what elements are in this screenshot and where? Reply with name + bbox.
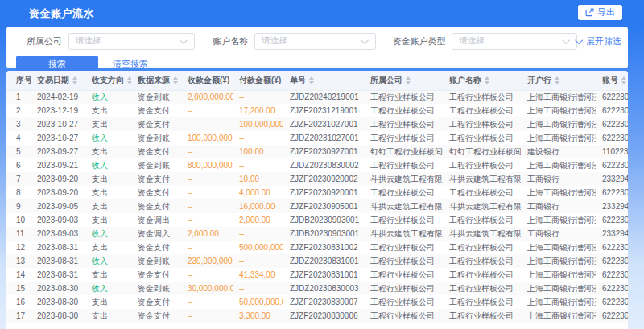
cell-payment: 17,200.00 bbox=[233, 104, 283, 117]
table-header-row: 序号交易日期收支方向数据来源收款金额(¥)付款金额(¥)单号所属公司账户名称开户… bbox=[6, 71, 628, 90]
column-label: 收支方向 bbox=[92, 75, 124, 86]
cell-date: 2023-09-27 bbox=[31, 145, 85, 158]
cell-no: 17 bbox=[6, 309, 31, 323]
cell-source: 资金到账 bbox=[131, 131, 181, 145]
column-header-no: 序号 bbox=[6, 71, 31, 90]
cell-payment: -- bbox=[233, 282, 283, 295]
column-header-source[interactable]: 数据来源 bbox=[131, 71, 181, 90]
sort-caret-icon[interactable] bbox=[72, 76, 77, 84]
column-header-account_no[interactable]: 账号 bbox=[596, 71, 628, 90]
cell-date: 2023-08-31 bbox=[31, 254, 85, 268]
column-header-payment[interactable]: 付款金额(¥) bbox=[233, 71, 283, 90]
cell-date: 2023-08-31 bbox=[31, 241, 85, 254]
cell-no: 3 bbox=[6, 117, 31, 131]
column-header-receipt[interactable]: 收款金额(¥) bbox=[181, 71, 233, 90]
column-label: 所属公司 bbox=[370, 75, 402, 86]
cell-source: 资金到账 bbox=[131, 90, 181, 104]
expand-filters-label: 展开筛选 bbox=[586, 35, 621, 47]
cell-source: 资金支付 bbox=[131, 241, 181, 254]
cell-source: 资金调出 bbox=[131, 213, 181, 227]
cell-account_no: 622230111 bbox=[596, 295, 628, 309]
cell-source: 资金到账 bbox=[131, 254, 181, 268]
cell-direction: 收入 bbox=[85, 227, 131, 241]
cell-bank: 上海工商银行漕河泾支行 bbox=[521, 295, 596, 309]
cell-payment: -- bbox=[233, 131, 283, 145]
column-header-direction[interactable]: 收支方向 bbox=[85, 71, 131, 90]
cell-order_no: ZJZF20230831001 bbox=[283, 268, 364, 282]
cell-order_no: ZJZF20230905001 bbox=[283, 199, 364, 213]
cell-direction: 支出 bbox=[85, 241, 131, 254]
cell-date: 2023-08-30 bbox=[31, 282, 85, 295]
cell-account_name: 工程行业样板公司 bbox=[443, 295, 521, 309]
cell-account_name: 工程行业样板公司 bbox=[443, 213, 521, 227]
cell-date: 2023-09-21 bbox=[31, 158, 85, 172]
clear-search-button[interactable]: 清空搜索 bbox=[113, 58, 148, 70]
cell-no: 1 bbox=[6, 90, 31, 104]
sort-caret-icon[interactable] bbox=[485, 76, 489, 84]
cell-account_name: 工程行业样板公司 bbox=[443, 241, 521, 254]
sort-caret-icon[interactable] bbox=[555, 76, 559, 84]
cell-source: 资金支付 bbox=[131, 104, 181, 117]
cell-direction: 收入 bbox=[85, 90, 131, 104]
cell-order_no: ZJDZ20230831001 bbox=[283, 254, 364, 268]
cell-account_name: 工程行业样板公司 bbox=[443, 117, 521, 131]
account-name-filter-label: 账户名称 bbox=[213, 35, 248, 47]
cell-order_no: ZJZF20230830007 bbox=[283, 295, 364, 309]
chevron-down-icon bbox=[180, 36, 188, 44]
cell-receipt: 800,000,000.00 bbox=[181, 158, 233, 172]
cell-source: 资金支付 bbox=[131, 172, 181, 186]
table-row: 42023-10-27收入资金到账100,000,000.00--ZJDZ202… bbox=[6, 131, 628, 145]
table-row: 172023-08-30支出资金支付--3,300.00ZJZF20230830… bbox=[6, 309, 628, 323]
expand-filters-link[interactable]: 展开筛选 bbox=[577, 35, 621, 47]
cell-no: 12 bbox=[6, 241, 31, 254]
account-type-filter-select[interactable]: 请选择 bbox=[452, 33, 577, 50]
sort-caret-icon[interactable] bbox=[127, 76, 131, 84]
column-header-bank[interactable]: 开户行 bbox=[521, 71, 596, 90]
table-row: 52023-09-27支出资金支付--100.00ZJZF20230927001… bbox=[6, 145, 628, 158]
top-bar: 资金账户流水 导出 bbox=[0, 0, 644, 24]
cell-no: 10 bbox=[6, 213, 31, 227]
column-header-date[interactable]: 交易日期 bbox=[31, 71, 85, 90]
cell-direction: 支出 bbox=[85, 309, 131, 323]
cell-bank: 上海工商银行漕河泾支行 bbox=[521, 254, 596, 268]
cell-no: 5 bbox=[6, 145, 31, 158]
cell-source: 资金支付 bbox=[131, 186, 181, 199]
sort-caret-icon[interactable] bbox=[406, 76, 411, 84]
cell-source: 资金支付 bbox=[131, 295, 181, 309]
company-filter-select[interactable]: 请选择 bbox=[68, 33, 195, 50]
column-label: 账户名称 bbox=[449, 75, 481, 86]
table-row: 142023-08-31支出资金支付--41,334.00ZJZF2023083… bbox=[6, 268, 628, 282]
table-row: 122023-08-31支出资金支付--500,000,000.00ZJZF20… bbox=[6, 241, 628, 254]
cell-receipt: -- bbox=[181, 172, 233, 186]
column-header-order_no[interactable]: 单号 bbox=[283, 71, 364, 90]
column-label: 数据来源 bbox=[138, 75, 170, 86]
cell-date: 2024-02-19 bbox=[31, 90, 85, 104]
column-label: 账号 bbox=[602, 75, 618, 86]
cell-source: 资金到账 bbox=[131, 158, 181, 172]
column-header-company[interactable]: 所属公司 bbox=[364, 71, 443, 90]
cell-source: 资金支付 bbox=[131, 117, 181, 131]
table-row: 102023-09-03支出资金调出--2,000.00ZJDB20230903… bbox=[6, 213, 628, 227]
cell-company: 工程行业样板公司 bbox=[364, 186, 443, 199]
search-button[interactable]: 搜索 bbox=[16, 56, 98, 72]
cell-receipt: -- bbox=[181, 295, 233, 309]
cell-company: 工程行业样板公司 bbox=[364, 104, 443, 117]
cell-date: 2023-09-03 bbox=[31, 213, 85, 227]
sort-caret-icon[interactable] bbox=[621, 76, 626, 84]
cell-payment: 50,000,000.00 bbox=[233, 295, 283, 309]
sort-caret-icon[interactable] bbox=[309, 76, 314, 84]
cell-account_name: 钉钉工程行业样板间 bbox=[443, 145, 521, 158]
column-header-account_name[interactable]: 账户名称 bbox=[443, 71, 521, 90]
sort-caret-icon[interactable] bbox=[173, 76, 178, 84]
cell-bank: 工商银行 bbox=[521, 172, 596, 186]
cell-account_no: 622230111 bbox=[596, 254, 628, 268]
column-label: 付款金额(¥) bbox=[239, 75, 281, 86]
account-name-filter-select[interactable]: 请选择 bbox=[254, 33, 376, 50]
cell-account_no: 622230111 bbox=[596, 131, 628, 145]
cell-order_no: ZJDB20230903001 bbox=[283, 213, 364, 227]
cell-date: 2023-08-30 bbox=[31, 309, 85, 323]
cell-no: 15 bbox=[6, 282, 31, 295]
cell-direction: 收入 bbox=[85, 282, 131, 295]
cell-order_no: ZJZF20230830006 bbox=[283, 309, 364, 323]
export-button[interactable]: 导出 bbox=[578, 5, 622, 20]
